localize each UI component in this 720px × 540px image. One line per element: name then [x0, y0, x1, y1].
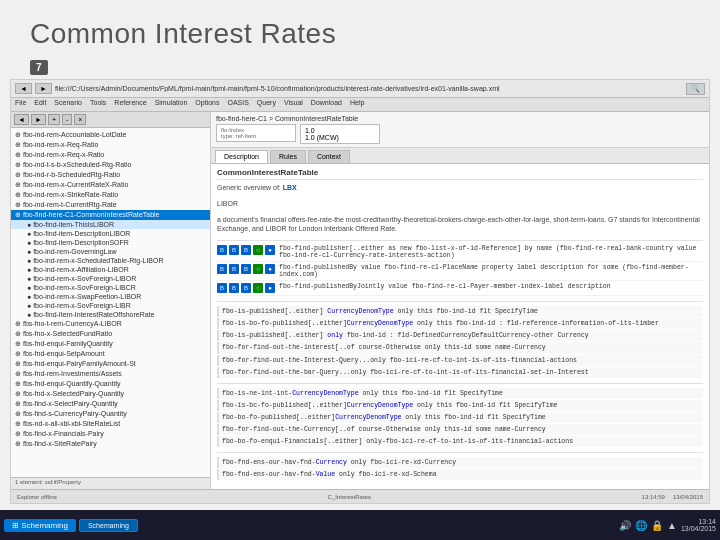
badge-row: 7: [0, 58, 720, 79]
properties-section: B B B ○ ● fbo-find-publisher[..either as…: [217, 245, 703, 296]
field-value2: 1.0 (MCW): [305, 134, 375, 141]
tree-item[interactable]: ⊕ fbs-find-x-SiteRatePairy: [11, 439, 210, 449]
status-right: 13:14:59 13/04/2015: [642, 494, 703, 500]
tree-item[interactable]: ⊕ fbs-fnd-enqui-PairyFamilyAmount-St: [11, 359, 210, 369]
tree-item[interactable]: ● fbo-ind-rem-x-SovForeign-LIBOR: [11, 274, 210, 283]
field-name-box: flo-Index type: ref-Item: [216, 124, 296, 142]
close-button[interactable]: ×: [74, 114, 86, 125]
tree-item[interactable]: ⊕ fbs-find-x-SelectPairy-Quantity: [11, 399, 210, 409]
prop-icon-g3: ○: [253, 283, 263, 293]
tree-item[interactable]: ● fbo-ind-rem-x-SovForeign-LIBCR: [11, 283, 210, 292]
tree-item[interactable]: ⊕ fbo-ind-rem-t-CurrentRtg-Rate: [11, 200, 210, 210]
tree-item[interactable]: ● fbo-find-item-DescriptionLIBOR: [11, 229, 210, 238]
menu-options[interactable]: Options: [195, 99, 219, 110]
add-button[interactable]: +: [48, 114, 60, 125]
tree-item[interactable]: ● fbo-ind-rem-x-SwapFeetion-LIBOR: [11, 292, 210, 301]
up-arrow-icon[interactable]: ▲: [667, 520, 677, 531]
tree-item[interactable]: ⊕ fbs-fnd-x-SelectedPairy-Quantity: [11, 389, 210, 399]
tree-item[interactable]: ⊕ fbs-find-x-Financials-Pairy: [11, 429, 210, 439]
more-note-5: fbo-bo-fo-enqui-Financials[..either] onl…: [217, 436, 703, 447]
right-tabs: Description Rules Context: [211, 148, 709, 164]
menu-file[interactable]: File: [15, 99, 26, 110]
remove-button[interactable]: -: [62, 114, 72, 125]
tree-item[interactable]: ⊕ fbo-ind-rem-x-CurrentRateX-Ratio: [11, 180, 210, 190]
tab-description[interactable]: Description: [215, 150, 268, 163]
section-title: CommonInterestRateTable: [217, 168, 703, 180]
network-icon[interactable]: 🌐: [635, 520, 647, 531]
tree-item[interactable]: ● fbo-ind-rem-x-SovForeign-LIBR: [11, 301, 210, 310]
menu-help[interactable]: Help: [350, 99, 364, 110]
badge: 7: [30, 60, 48, 75]
tree-item[interactable]: ● fbo-find-item-ThisIsLIBOR: [11, 220, 210, 229]
tab-rules[interactable]: Rules: [270, 150, 306, 163]
tree-item[interactable]: ⊕ fbs-fno-x-SelectedFundRatio: [11, 329, 210, 339]
right-panel: fbo-find-here-C1 > CommonInterestRateTab…: [211, 112, 709, 489]
description-text: Generic overview of: LBX: [217, 183, 703, 193]
tree-item[interactable]: ⊕ fbo-ind-rem-x-Req-Ratio: [11, 140, 210, 150]
note-line-6: fbo-for-find-out-the-bar-Query...only fb…: [217, 367, 703, 378]
libor-note: LBX: [283, 184, 297, 191]
forward-button[interactable]: ►: [35, 83, 52, 94]
tree-item-selected[interactable]: ⊕ fbo-find-here-C1-CommonInterestRateTab…: [11, 210, 210, 220]
prop-icon-b7: B: [241, 264, 251, 274]
more-note-3: fbo-bo-fo-published[..either]CurrencyDen…: [217, 412, 703, 423]
back-button[interactable]: ◄: [15, 83, 32, 94]
address-bar-text: file:///C:/Users/Admin/Documents/FpML/fp…: [55, 85, 683, 92]
tree-item[interactable]: ⊕ fbo-ind-r-b-ScheduledRtg-Ratio: [11, 170, 210, 180]
tree-item[interactable]: ● fbo-ind-rem-x-ScheduledTable-Rtg-LIBOR: [11, 256, 210, 265]
tree-item[interactable]: ● fbo-ind-rem-GoverningLaw: [11, 247, 210, 256]
expand-button[interactable]: ►: [31, 114, 46, 125]
desc-prefix: Generic overview of:: [217, 184, 283, 191]
menu-query[interactable]: Query: [257, 99, 276, 110]
prop-icon-b8: ●: [265, 264, 275, 274]
tree-item[interactable]: ⊕ fbo-ind-rem-x-StrikeRate-Ratio: [11, 190, 210, 200]
prop-icon-b9: B: [217, 283, 227, 293]
tree-item[interactable]: ⊕ fbs-nd-x-all-xbl-xbl-SiteRateList: [11, 419, 210, 429]
tree-item[interactable]: ● fbo-find-Item-InterestRateOffshoreRate: [11, 310, 210, 319]
page-container: Common Interest Rates 7 ◄ ► file:///C:/U…: [0, 0, 720, 540]
tree-item[interactable]: ⊕ fbo-ind-rem-Accountable-LotDate: [11, 130, 210, 140]
prop-text-2: fbo-find-publishedBy value fbo-find-re-c…: [279, 264, 703, 278]
path-text: fbo-find-here-C1 > CommonInterestRateTab…: [216, 115, 358, 122]
currency-row-1: fbo-fnd-ens-our-hav-fnd-Currency only fb…: [217, 457, 703, 468]
tree-container[interactable]: ⊕ fbo-ind-rem-Accountable-LotDate ⊕ fbo-…: [11, 128, 210, 477]
more-note-4: fbo-for-find-out-the-Currency[..of cours…: [217, 424, 703, 435]
note-line-4: fbo-for-find-out-the-interest[..of cours…: [217, 342, 703, 353]
search-button[interactable]: 🔍: [686, 83, 705, 95]
taskbar-app-item[interactable]: Schemaming: [79, 519, 138, 532]
menu-reference[interactable]: Reference: [114, 99, 146, 110]
menu-edit[interactable]: Edit: [34, 99, 46, 110]
menu-visual[interactable]: Visual: [284, 99, 303, 110]
tree-item[interactable]: ⊕ fbs-fnd-enqui-FamilyQuantity: [11, 339, 210, 349]
tree-item[interactable]: ⊕ fbs-fnd-rem-Investments/Assets: [11, 369, 210, 379]
property-row-1: B B B ○ ● fbo-find-publisher[..either as…: [217, 245, 703, 262]
tree-item[interactable]: ⊕ fbo-ind-rem-x-Req-x-Ratio: [11, 150, 210, 160]
menu-oasis[interactable]: OASIS: [227, 99, 248, 110]
tree-item[interactable]: ● fbo-find-item-DescriptionSOFR: [11, 238, 210, 247]
menu-tools[interactable]: Tools: [90, 99, 106, 110]
taskbar-start[interactable]: ⊞ Schemaming: [4, 519, 76, 532]
prop-icons-1: B B B ○ ●: [217, 245, 275, 255]
tree-item[interactable]: ⊕ fbs-find-s-CurrencyPairy-Quantity: [11, 409, 210, 419]
tree-item[interactable]: ⊕ fbs-fnd-enqui-Quantify-Quantity: [11, 379, 210, 389]
sound-icon[interactable]: 🔊: [619, 520, 631, 531]
menu-download[interactable]: Download: [311, 99, 342, 110]
tree-item[interactable]: ⊕ fbs-fnd-enqui-SetpAmount: [11, 349, 210, 359]
tab-context[interactable]: Context: [308, 150, 350, 163]
prop-icon-g2: ○: [253, 264, 263, 274]
prop-icon-b4: ●: [265, 245, 275, 255]
tree-item[interactable]: ⊕ fbo-ind-t-s-b-xScheduled-Rtg-Ratio: [11, 160, 210, 170]
prop-icon-b12: ●: [265, 283, 275, 293]
separator: [217, 240, 703, 241]
menu-scenario[interactable]: Scenario: [54, 99, 82, 110]
status-bar: Explorer offline C_InterestRates 13:14:5…: [11, 489, 709, 503]
menu-simulation[interactable]: Simulation: [155, 99, 188, 110]
prop-icon-b10: B: [229, 283, 239, 293]
tree-item[interactable]: ⊕ fbs-fno-t-rem-CurrencyA-LIBOR: [11, 319, 210, 329]
tree-item[interactable]: ● fbo-ind-rem-x-Affiliation-LIBOR: [11, 265, 210, 274]
prop-icon-b5: B: [217, 264, 227, 274]
collapse-button[interactable]: ◄: [14, 114, 29, 125]
right-content: CommonInterestRateTable Generic overview…: [211, 164, 709, 489]
security-icon[interactable]: 🔒: [651, 520, 663, 531]
separator-2: [217, 301, 703, 302]
